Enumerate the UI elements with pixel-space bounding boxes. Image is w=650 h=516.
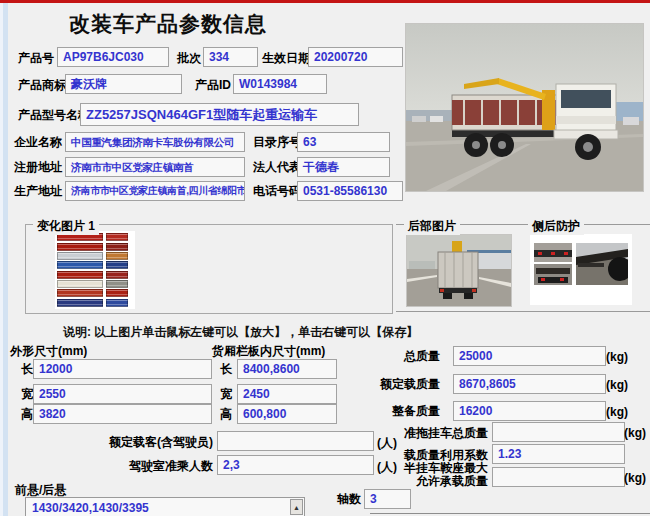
saddle-mass-label-line2: 允许承载质量 (348, 475, 488, 488)
side-guard-photo-3[interactable] (576, 243, 628, 285)
variation-thumbnail-row (57, 261, 133, 269)
variation-thumbnail-row (57, 280, 133, 288)
brand-input[interactable]: 豪沃牌 (65, 74, 182, 94)
page-title: 改装车产品参数信息 (69, 10, 267, 38)
product-id-label: 产品ID (195, 79, 231, 92)
curb-mass-input[interactable]: 16200 (453, 401, 606, 421)
axle-count-label: 轴数 (337, 493, 361, 506)
product-no-input[interactable]: AP97B6JC030 (57, 47, 169, 67)
variation-thumbnail-side-view[interactable] (57, 299, 103, 307)
side-guard-illustration-1 (534, 243, 572, 262)
outer-length-label: 长 (21, 363, 33, 376)
cargo-height-label: 高 (220, 408, 232, 421)
variation-thumbnail-side-view[interactable] (57, 252, 103, 260)
suspension-textbox[interactable]: 1430/3420,1430/3395 ▲ (25, 497, 305, 516)
cab-passengers-unit: (人) (377, 459, 397, 476)
side-guard-illustration-3 (576, 243, 628, 285)
cab-passengers-label: 驾驶室准乘人数 (113, 460, 213, 473)
catalog-no-label: 目录序号 (253, 136, 301, 149)
side-guard-legend: 侧后防护 (528, 218, 584, 235)
bottom-divider-line (370, 513, 650, 514)
trailer-mass-unit: (kg) (624, 426, 646, 440)
company-label: 企业名称 (14, 136, 62, 149)
outer-dims-heading: 外形尺寸(mm) (10, 345, 87, 358)
side-guard-illustration-2 (534, 264, 572, 285)
variation-thumbnail-row (57, 243, 133, 251)
reg-address-input[interactable]: 济南市市中区党家庄镇南首 (65, 157, 245, 177)
effective-date-input[interactable]: 20200720 (308, 47, 403, 67)
variation-thumbnail-rear-view[interactable] (106, 261, 128, 269)
variation-thumbnail-side-view[interactable] (57, 289, 103, 297)
outer-length-input[interactable]: 12000 (33, 359, 212, 379)
side-guard-photo-2[interactable] (534, 264, 572, 285)
rated-load-unit: (kg) (606, 378, 628, 392)
rear-photo[interactable] (406, 234, 512, 307)
rated-load-input[interactable]: 8670,8605 (453, 374, 606, 394)
product-parameter-window: 改装车产品参数信息 产品号 AP97B6JC030 批次 334 生效日期 20… (0, 0, 650, 516)
legal-rep-label: 法人代表 (253, 161, 301, 174)
model-name-input[interactable]: ZZ5257JSQN464GF1型随车起重运输车 (80, 103, 359, 126)
suspension-label: 前悬/后悬 (15, 484, 66, 497)
rear-photo-illustration (407, 235, 511, 306)
axle-count-input[interactable]: 3 (364, 489, 411, 509)
variation-thumbnail-rear-view[interactable] (106, 280, 128, 288)
product-id-input[interactable]: W0143984 (233, 74, 327, 94)
saddle-mass-input[interactable] (492, 467, 625, 487)
variation-thumbnail-side-view[interactable] (57, 280, 103, 288)
reg-address-label: 注册地址 (14, 161, 62, 174)
rated-passengers-label: 额定载客(含驾驶员) (95, 436, 213, 449)
batch-label: 批次 (177, 52, 201, 65)
legal-rep-input[interactable]: 干德春 (297, 157, 390, 177)
prod-address-label: 生产地址 (14, 185, 62, 198)
variation-thumbnail-row (57, 271, 133, 279)
rear-photo-legend: 后部图片 (404, 218, 460, 235)
variation-thumbnail-side-view[interactable] (57, 243, 103, 251)
note-text: 说明: 以上图片单击鼠标左键可以【放大】，单击右键可以【保存】 (63, 324, 418, 341)
outer-height-input[interactable]: 3820 (33, 404, 212, 424)
batch-input[interactable]: 334 (203, 47, 258, 67)
phone-input[interactable]: 0531-85586130 (297, 181, 403, 201)
left-margin-strip (0, 3, 8, 516)
variation-thumbnail-row (57, 299, 133, 307)
prod-address-input[interactable]: 济南市市中区党家庄镇南首,四川省绵阳市 (65, 181, 245, 201)
cargo-length-input[interactable]: 8400,8600 (237, 359, 337, 379)
cab-passengers-input[interactable]: 2,3 (217, 455, 374, 475)
trailer-mass-input[interactable] (492, 422, 625, 442)
scroll-up-icon[interactable]: ▲ (290, 499, 303, 515)
variation-thumbnail-rear-view[interactable] (106, 243, 128, 251)
phone-label: 电话号码 (253, 185, 301, 198)
cargo-height-input[interactable]: 600,800 (237, 404, 337, 424)
variation-thumbnail-rear-view[interactable] (106, 299, 128, 307)
variation-pictures-legend: 变化图片 1 (33, 218, 99, 235)
rated-load-label: 额定载质量 (340, 378, 440, 391)
curb-mass-unit: (kg) (606, 405, 628, 419)
total-mass-input[interactable]: 25000 (453, 346, 606, 366)
image-section-bottom-line (396, 311, 650, 312)
rated-passengers-input[interactable] (217, 431, 374, 451)
curb-mass-label: 整备质量 (340, 405, 440, 418)
vehicle-photo[interactable] (405, 23, 644, 192)
outer-width-input[interactable]: 2550 (33, 384, 212, 404)
variation-thumbnail-row (57, 289, 133, 297)
suspension-value: 1430/3420,1430/3395 (32, 501, 149, 515)
variation-thumbnail-row (57, 252, 133, 260)
company-input[interactable]: 中国重汽集团济南卡车股份有限公司 (65, 132, 245, 152)
top-accent-line (0, 0, 650, 3)
variation-thumbnail-rear-view[interactable] (106, 271, 128, 279)
catalog-no-input[interactable]: 63 (297, 132, 390, 152)
variation-thumbnail-side-view[interactable] (57, 261, 103, 269)
total-mass-unit: (kg) (606, 350, 628, 364)
cargo-width-input[interactable]: 2450 (237, 384, 337, 404)
variation-thumbnail-side-view[interactable] (57, 271, 103, 279)
variation-thumbnail-rear-view[interactable] (106, 252, 128, 260)
cargo-width-label: 宽 (220, 388, 232, 401)
variation-thumbnail-rear-view[interactable] (106, 289, 128, 297)
effective-date-label: 生效日期 (262, 52, 310, 65)
rated-passengers-unit: (人) (377, 435, 397, 452)
vehicle-photo-illustration (406, 24, 643, 191)
variation-thumbnails-panel (55, 231, 135, 309)
variation-thumbnail-rear-view[interactable] (106, 233, 128, 241)
load-factor-input[interactable]: 1.23 (492, 444, 625, 464)
side-guard-photo-1[interactable] (534, 243, 572, 262)
brand-label: 产品商标 (18, 79, 66, 92)
